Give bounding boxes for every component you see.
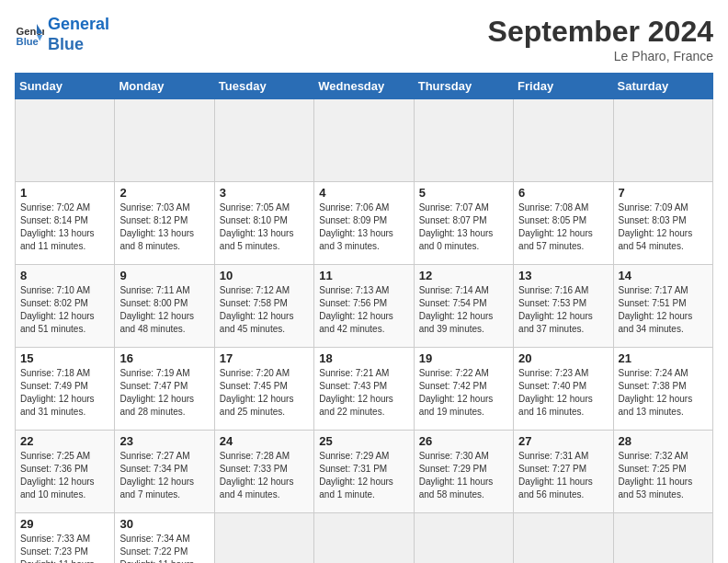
col-header-thursday: Thursday: [414, 74, 513, 99]
calendar-cell: 3Sunrise: 7:05 AM Sunset: 8:10 PM Daylig…: [214, 182, 313, 265]
week-row-4: 22Sunrise: 7:25 AM Sunset: 7:36 PM Dayli…: [16, 431, 713, 513]
day-number: 18: [319, 351, 408, 365]
calendar-cell: 12Sunrise: 7:14 AM Sunset: 7:54 PM Dayli…: [414, 265, 513, 348]
calendar-cell: 28Sunrise: 7:32 AM Sunset: 7:25 PM Dayli…: [613, 431, 712, 513]
day-number: 12: [419, 269, 508, 282]
day-info: Sunrise: 7:16 AM Sunset: 7:53 PM Dayligh…: [518, 284, 608, 336]
week-row-1: 1Sunrise: 7:02 AM Sunset: 8:14 PM Daylig…: [16, 182, 713, 265]
day-info: Sunrise: 7:28 AM Sunset: 7:33 PM Dayligh…: [220, 450, 309, 501]
day-number: 22: [20, 434, 109, 448]
day-number: 28: [619, 434, 708, 448]
day-info: Sunrise: 7:30 AM Sunset: 7:29 PM Dayligh…: [419, 450, 508, 501]
calendar-cell: 17Sunrise: 7:20 AM Sunset: 7:45 PM Dayli…: [214, 348, 313, 431]
calendar-cell: 15Sunrise: 7:18 AM Sunset: 7:49 PM Dayli…: [16, 348, 115, 431]
day-number: 11: [319, 269, 408, 282]
week-row-0: [16, 99, 713, 182]
day-number: 16: [119, 351, 209, 365]
day-info: Sunrise: 7:09 AM Sunset: 8:03 PM Dayligh…: [619, 201, 708, 253]
calendar-cell: [613, 513, 712, 564]
svg-text:Blue: Blue: [17, 36, 39, 47]
calendar-table: SundayMondayTuesdayWednesdayThursdayFrid…: [15, 73, 713, 563]
week-row-5: 29Sunrise: 7:33 AM Sunset: 7:23 PM Dayli…: [16, 513, 713, 564]
day-number: 3: [220, 186, 309, 200]
day-number: 4: [319, 186, 408, 200]
calendar-cell: 23Sunrise: 7:27 AM Sunset: 7:34 PM Dayli…: [115, 431, 214, 513]
day-info: Sunrise: 7:18 AM Sunset: 7:49 PM Dayligh…: [20, 367, 109, 419]
calendar-cell: [514, 513, 613, 564]
day-number: 29: [20, 517, 109, 531]
day-info: Sunrise: 7:21 AM Sunset: 7:43 PM Dayligh…: [319, 367, 408, 419]
day-number: 9: [119, 269, 209, 282]
calendar-cell: 13Sunrise: 7:16 AM Sunset: 7:53 PM Dayli…: [514, 265, 613, 348]
day-info: Sunrise: 7:02 AM Sunset: 8:14 PM Dayligh…: [20, 201, 109, 253]
week-row-3: 15Sunrise: 7:18 AM Sunset: 7:49 PM Dayli…: [16, 348, 713, 431]
page-header: General Blue GeneralBlue September 2024 …: [15, 15, 713, 63]
calendar-cell: [514, 99, 613, 182]
day-info: Sunrise: 7:17 AM Sunset: 7:51 PM Dayligh…: [619, 284, 708, 336]
day-info: Sunrise: 7:29 AM Sunset: 7:31 PM Dayligh…: [319, 450, 408, 501]
day-number: 17: [220, 351, 309, 365]
col-header-sunday: Sunday: [16, 74, 115, 99]
calendar-cell: [314, 513, 414, 564]
calendar-cell: 9Sunrise: 7:11 AM Sunset: 8:00 PM Daylig…: [115, 265, 214, 348]
col-header-monday: Monday: [115, 74, 214, 99]
day-info: Sunrise: 7:25 AM Sunset: 7:36 PM Dayligh…: [20, 450, 109, 501]
day-number: 27: [518, 434, 608, 448]
calendar-cell: [414, 99, 513, 182]
calendar-cell: 2Sunrise: 7:03 AM Sunset: 8:12 PM Daylig…: [115, 182, 214, 265]
calendar-cell: 10Sunrise: 7:12 AM Sunset: 7:58 PM Dayli…: [214, 265, 313, 348]
day-info: Sunrise: 7:14 AM Sunset: 7:54 PM Dayligh…: [419, 284, 508, 336]
day-info: Sunrise: 7:06 AM Sunset: 8:09 PM Dayligh…: [319, 201, 408, 253]
calendar-cell: 16Sunrise: 7:19 AM Sunset: 7:47 PM Dayli…: [115, 348, 214, 431]
logo: General Blue GeneralBlue: [15, 15, 109, 54]
calendar-cell: [613, 99, 712, 182]
calendar-cell: 18Sunrise: 7:21 AM Sunset: 7:43 PM Dayli…: [314, 348, 414, 431]
header-row: SundayMondayTuesdayWednesdayThursdayFrid…: [16, 74, 713, 99]
day-number: 2: [119, 186, 209, 200]
day-number: 7: [619, 186, 708, 200]
col-header-saturday: Saturday: [613, 74, 712, 99]
day-number: 25: [319, 434, 408, 448]
day-info: Sunrise: 7:33 AM Sunset: 7:23 PM Dayligh…: [20, 533, 109, 563]
calendar-cell: 7Sunrise: 7:09 AM Sunset: 8:03 PM Daylig…: [613, 182, 712, 265]
calendar-cell: 4Sunrise: 7:06 AM Sunset: 8:09 PM Daylig…: [314, 182, 414, 265]
day-info: Sunrise: 7:03 AM Sunset: 8:12 PM Dayligh…: [119, 201, 209, 253]
day-number: 14: [619, 269, 708, 282]
day-info: Sunrise: 7:19 AM Sunset: 7:47 PM Dayligh…: [119, 367, 209, 419]
day-number: 23: [119, 434, 209, 448]
calendar-cell: [16, 99, 115, 182]
calendar-cell: 21Sunrise: 7:24 AM Sunset: 7:38 PM Dayli…: [613, 348, 712, 431]
day-info: Sunrise: 7:11 AM Sunset: 8:00 PM Dayligh…: [119, 284, 209, 336]
week-row-2: 8Sunrise: 7:10 AM Sunset: 8:02 PM Daylig…: [16, 265, 713, 348]
day-number: 10: [220, 269, 309, 282]
day-number: 26: [419, 434, 508, 448]
title-block: September 2024 Le Pharo, France: [488, 15, 713, 63]
day-number: 30: [119, 517, 209, 531]
calendar-cell: 11Sunrise: 7:13 AM Sunset: 7:56 PM Dayli…: [314, 265, 414, 348]
day-info: Sunrise: 7:22 AM Sunset: 7:42 PM Dayligh…: [419, 367, 508, 419]
day-info: Sunrise: 7:07 AM Sunset: 8:07 PM Dayligh…: [419, 201, 508, 253]
calendar-cell: 1Sunrise: 7:02 AM Sunset: 8:14 PM Daylig…: [16, 182, 115, 265]
day-info: Sunrise: 7:05 AM Sunset: 8:10 PM Dayligh…: [220, 201, 309, 253]
day-info: Sunrise: 7:34 AM Sunset: 7:22 PM Dayligh…: [119, 533, 209, 563]
location: Le Pharo, France: [488, 49, 713, 63]
calendar-cell: 22Sunrise: 7:25 AM Sunset: 7:36 PM Dayli…: [16, 431, 115, 513]
day-info: Sunrise: 7:31 AM Sunset: 7:27 PM Dayligh…: [518, 450, 608, 501]
calendar-cell: 14Sunrise: 7:17 AM Sunset: 7:51 PM Dayli…: [613, 265, 712, 348]
day-number: 8: [20, 269, 109, 282]
calendar-cell: [214, 99, 313, 182]
calendar-cell: 26Sunrise: 7:30 AM Sunset: 7:29 PM Dayli…: [414, 431, 513, 513]
day-number: 20: [518, 351, 608, 365]
day-number: 24: [220, 434, 309, 448]
calendar-cell: [414, 513, 513, 564]
day-info: Sunrise: 7:13 AM Sunset: 7:56 PM Dayligh…: [319, 284, 408, 336]
calendar-cell: 29Sunrise: 7:33 AM Sunset: 7:23 PM Dayli…: [16, 513, 115, 564]
day-info: Sunrise: 7:10 AM Sunset: 8:02 PM Dayligh…: [20, 284, 109, 336]
calendar-cell: 30Sunrise: 7:34 AM Sunset: 7:22 PM Dayli…: [115, 513, 214, 564]
logo-text: GeneralBlue: [48, 15, 109, 54]
day-info: Sunrise: 7:20 AM Sunset: 7:45 PM Dayligh…: [220, 367, 309, 419]
calendar-cell: [314, 99, 414, 182]
day-info: Sunrise: 7:08 AM Sunset: 8:05 PM Dayligh…: [518, 201, 608, 253]
day-number: 19: [419, 351, 508, 365]
calendar-cell: 20Sunrise: 7:23 AM Sunset: 7:40 PM Dayli…: [514, 348, 613, 431]
